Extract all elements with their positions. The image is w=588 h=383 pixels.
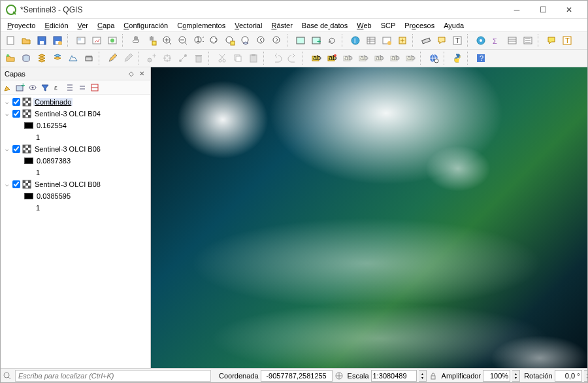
python-console-button[interactable] — [450, 51, 465, 65]
collapse-all-button[interactable] — [76, 82, 88, 93]
menu-proyecto[interactable]: Proyecto — [3, 20, 39, 31]
add-feature-button[interactable]: + — [144, 51, 159, 65]
cut-button[interactable] — [215, 51, 229, 65]
zoom-out-button[interactable] — [176, 33, 190, 48]
layer-tree-row[interactable]: 0.162554 — [1, 120, 150, 131]
zoom-full-button[interactable] — [207, 33, 221, 48]
open-datasource-button[interactable] — [3, 51, 18, 65]
maximize-button[interactable]: ☐ — [530, 1, 556, 19]
menu-scp[interactable]: SCP — [377, 20, 400, 31]
save-project-button[interactable] — [35, 33, 49, 48]
refresh-button[interactable] — [325, 33, 339, 48]
undo-button[interactable] — [270, 51, 284, 65]
new-virtual-button[interactable] — [66, 51, 80, 65]
new-spatialite-button[interactable] — [50, 51, 65, 65]
layer-visibility-checkbox[interactable] — [12, 110, 20, 118]
menu-ver[interactable]: Ver — [74, 20, 93, 31]
metasearch-button[interactable] — [427, 51, 441, 65]
menu-configuración[interactable]: Configuración — [120, 20, 172, 31]
zoom-next-button[interactable] — [270, 33, 284, 48]
copy-button[interactable] — [231, 51, 245, 65]
label-tool-1[interactable]: abc — [309, 51, 323, 65]
layer-tree-row[interactable]: ⌵Sentinel-3 OLCI B04 — [1, 108, 150, 120]
toolbox-button[interactable] — [474, 33, 488, 48]
locator-input[interactable] — [15, 370, 211, 382]
layer-tree-row[interactable]: 0.0385595 — [1, 190, 150, 202]
layer-visibility-checkbox[interactable] — [12, 180, 20, 188]
menu-capa[interactable]: Capa — [93, 20, 118, 31]
rotation-input[interactable] — [555, 370, 582, 382]
new-bookmark-button[interactable]: + — [309, 33, 323, 48]
panel-float-button[interactable]: ◇ — [127, 69, 136, 78]
help-tip-button[interactable] — [544, 33, 559, 48]
layer-tree-row[interactable]: 1 — [1, 131, 150, 143]
toggle-extents-icon[interactable] — [335, 371, 344, 380]
layer-tree-row[interactable]: ⌵Combinado — [1, 96, 150, 108]
label-tool-6[interactable]: abc — [387, 51, 402, 65]
label-tool-7[interactable]: abc — [403, 51, 417, 65]
zoom-selection-button[interactable] — [223, 33, 237, 48]
expander-icon[interactable]: ⌵ — [3, 99, 10, 105]
layer-tree-row[interactable]: ⌵Sentinel-3 OLCI B08 — [1, 178, 150, 190]
layer-tree-row[interactable]: 1 — [1, 167, 150, 178]
new-geopackage-button[interactable] — [19, 51, 33, 65]
minimize-button[interactable]: ─ — [504, 1, 530, 19]
toggle-editing-button[interactable] — [105, 51, 120, 65]
expander-icon[interactable]: ⌵ — [3, 146, 10, 152]
statistics-button[interactable] — [395, 33, 410, 48]
new-project-button[interactable] — [3, 33, 18, 48]
expand-all-button[interactable] — [64, 82, 76, 93]
text-tool-button[interactable]: T — [560, 33, 574, 48]
menu-vectorial[interactable]: Vectorial — [231, 20, 266, 31]
open-project-button[interactable] — [19, 33, 33, 48]
help-button[interactable]: ? — [474, 51, 488, 65]
menu-edición[interactable]: Edición — [41, 20, 72, 31]
layer-tree-row[interactable]: 1 — [1, 202, 150, 214]
rotation-spinner[interactable]: ▴▾ — [584, 370, 588, 382]
expander-icon[interactable]: ⌵ — [3, 110, 10, 117]
magnifier-spinner[interactable]: ▴▾ — [512, 370, 520, 382]
menu-ayuda[interactable]: Ayuda — [440, 20, 468, 31]
new-shapefile-button[interactable] — [35, 51, 49, 65]
delete-selected-button[interactable] — [191, 51, 206, 65]
close-button[interactable]: ✕ — [556, 1, 582, 19]
save-edits-button[interactable] — [121, 51, 135, 65]
new-layout-button[interactable] — [74, 33, 88, 48]
filter-expression-button[interactable]: ε — [52, 82, 63, 93]
locator-box[interactable] — [15, 370, 211, 382]
menu-ráster[interactable]: Ráster — [267, 20, 296, 31]
layer-styling-button[interactable] — [2, 82, 14, 93]
save-as-button[interactable] — [50, 33, 65, 48]
map-tips-button[interactable] — [434, 33, 449, 48]
menu-base-de-datos[interactable]: Base de datos — [298, 20, 351, 31]
menu-web[interactable]: Web — [353, 20, 375, 31]
scale-input[interactable] — [371, 370, 417, 382]
text-annotation-button[interactable]: T — [450, 33, 465, 48]
manage-visibility-button[interactable] — [27, 82, 39, 93]
redo-button[interactable] — [286, 51, 300, 65]
layer-tree-row[interactable]: ⌵Sentinel-3 OLCI B06 — [1, 143, 150, 155]
expander-icon[interactable]: ⌵ — [3, 181, 10, 188]
coordinate-input[interactable] — [261, 370, 333, 382]
lock-scale-icon[interactable] — [429, 371, 438, 380]
menu-procesos[interactable]: Procesos — [400, 20, 438, 31]
attribute-table-button[interactable] — [364, 33, 378, 48]
new-memory-button[interactable] — [82, 51, 96, 65]
sigma-button[interactable]: Σ — [489, 33, 504, 48]
zoom-layer-button[interactable] — [238, 33, 253, 48]
node-tool-button[interactable] — [176, 51, 190, 65]
menu-complementos[interactable]: Complementos — [173, 20, 229, 31]
magnifier-input[interactable] — [483, 370, 510, 382]
layer-visibility-checkbox[interactable] — [12, 145, 20, 153]
pan-to-selection-button[interactable] — [144, 33, 159, 48]
processing-history-button[interactable] — [505, 33, 519, 48]
new-map-view-button[interactable] — [293, 33, 308, 48]
map-canvas[interactable] — [151, 67, 587, 368]
style-manager-button[interactable] — [105, 33, 120, 48]
measure-button[interactable] — [419, 33, 433, 48]
label-tool-3[interactable]: abc — [340, 51, 355, 65]
layer-visibility-checkbox[interactable] — [12, 98, 20, 106]
add-group-button[interactable]: + — [14, 82, 26, 93]
label-tool-2[interactable]: abc — [325, 51, 339, 65]
processing-options-button[interactable] — [521, 33, 535, 48]
